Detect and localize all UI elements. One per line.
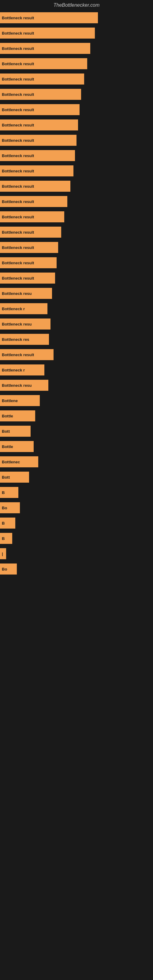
bar-31[interactable]: B — [0, 487, 18, 498]
bar-label-4: Bottleneck result — [2, 77, 34, 81]
bar-row: Bottlenec — [0, 455, 153, 469]
bar-row: Bottleneck r — [0, 301, 153, 316]
bar-label-22: Bottleneck result — [2, 353, 34, 357]
bar-row: Bottleneck result — [0, 148, 153, 163]
bar-28[interactable]: Bottle — [0, 441, 33, 452]
bar-label-30: Bott — [2, 475, 10, 480]
bar-row: Bottle — [0, 409, 153, 423]
bar-label-26: Bottle — [2, 414, 13, 418]
bar-label-15: Bottleneck result — [2, 245, 34, 250]
bar-label-6: Bottleneck result — [2, 108, 34, 112]
bar-label-11: Bottleneck result — [2, 184, 34, 189]
bar-12[interactable]: Bottleneck result — [0, 196, 67, 207]
bar-row: Bottleneck result — [0, 102, 153, 117]
bar-row: Bottleneck result — [0, 133, 153, 148]
bar-row: Bottle — [0, 439, 153, 454]
bar-row: | — [0, 546, 153, 561]
bar-2[interactable]: Bottleneck result — [0, 43, 90, 54]
bar-row: Bottleneck result — [0, 347, 153, 362]
bar-25[interactable]: Bottlene — [0, 395, 40, 406]
bar-label-17: Bottleneck result — [2, 276, 34, 280]
bar-label-32: Bo — [2, 506, 7, 510]
bar-label-27: Bott — [2, 429, 10, 434]
bar-10[interactable]: Bottleneck result — [0, 165, 73, 177]
bar-13[interactable]: Bottleneck result — [0, 211, 64, 222]
bar-row: Bottleneck result — [0, 56, 153, 71]
bar-36[interactable]: Bo — [0, 563, 17, 574]
bar-row: Bottleneck result — [0, 72, 153, 86]
bar-row: Bottleneck result — [0, 87, 153, 102]
bar-30[interactable]: Bott — [0, 472, 29, 483]
bar-32[interactable]: Bo — [0, 502, 20, 513]
bar-label-1: Bottleneck result — [2, 31, 34, 35]
bar-row: Bottleneck result — [0, 194, 153, 209]
bar-label-33: B — [2, 521, 5, 525]
bar-34[interactable]: B — [0, 533, 12, 544]
bar-label-7: Bottleneck result — [2, 123, 34, 127]
bar-23[interactable]: Bottleneck r — [0, 364, 45, 375]
bar-7[interactable]: Bottleneck result — [0, 119, 78, 130]
bar-6[interactable]: Bottleneck result — [0, 104, 80, 115]
bar-label-5: Bottleneck result — [2, 92, 34, 97]
bar-5[interactable]: Bottleneck result — [0, 89, 81, 100]
bar-row: Bottleneck resu — [0, 378, 153, 393]
bar-16[interactable]: Bottleneck result — [0, 257, 57, 268]
bar-label-29: Bottlenec — [2, 460, 20, 464]
bar-label-8: Bottleneck result — [2, 138, 34, 143]
bar-11[interactable]: Bottleneck result — [0, 181, 70, 192]
bar-4[interactable]: Bottleneck result — [0, 73, 84, 84]
bar-label-3: Bottleneck result — [2, 62, 34, 66]
bar-row: B — [0, 485, 153, 500]
bar-row: Bottleneck resu — [0, 317, 153, 331]
bar-33[interactable]: B — [0, 517, 15, 528]
bar-row: Bottleneck result — [0, 118, 153, 132]
bar-label-21: Bottleneck res — [2, 337, 29, 342]
site-title: TheBottlenecker.com — [0, 0, 153, 10]
bar-15[interactable]: Bottleneck result — [0, 242, 58, 253]
bar-21[interactable]: Bottleneck res — [0, 334, 49, 345]
bar-row: Bott — [0, 424, 153, 439]
bar-label-14: Bottleneck result — [2, 230, 34, 235]
bar-label-34: B — [2, 536, 5, 541]
bar-17[interactable]: Bottleneck result — [0, 272, 55, 283]
bar-1[interactable]: Bottleneck result — [0, 27, 95, 38]
bar-label-16: Bottleneck result — [2, 261, 34, 265]
bar-24[interactable]: Bottleneck resu — [0, 380, 48, 391]
bar-label-24: Bottleneck resu — [2, 383, 32, 388]
bar-label-18: Bottleneck resu — [2, 291, 32, 296]
bar-9[interactable]: Bottleneck result — [0, 150, 75, 161]
bar-0[interactable]: Bottleneck result — [0, 12, 98, 23]
bar-row: Bottleneck r — [0, 363, 153, 377]
bar-label-20: Bottleneck resu — [2, 322, 32, 326]
bar-3[interactable]: Bottleneck result — [0, 58, 87, 69]
bar-row: B — [0, 516, 153, 530]
bar-label-2: Bottleneck result — [2, 46, 34, 51]
bar-row: Bottleneck result — [0, 26, 153, 40]
bar-label-9: Bottleneck result — [2, 153, 34, 158]
bar-27[interactable]: Bott — [0, 426, 30, 437]
bar-14[interactable]: Bottleneck result — [0, 227, 61, 238]
bar-row: Bottleneck result — [0, 271, 153, 285]
bar-label-0: Bottleneck result — [2, 16, 34, 20]
bar-18[interactable]: Bottleneck resu — [0, 288, 52, 299]
bar-label-12: Bottleneck result — [2, 199, 34, 204]
bar-29[interactable]: Bottlenec — [0, 456, 38, 467]
bar-label-10: Bottleneck result — [2, 169, 34, 173]
bar-row: Bottleneck result — [0, 179, 153, 194]
bar-row: Bottlene — [0, 393, 153, 408]
bar-19[interactable]: Bottleneck r — [0, 303, 48, 314]
bar-label-28: Bottle — [2, 444, 13, 449]
bar-row: Bo — [0, 562, 153, 576]
bar-row: Bottleneck result — [0, 240, 153, 255]
bar-row: Bottleneck resu — [0, 286, 153, 301]
bar-row: Bottleneck result — [0, 164, 153, 178]
bar-26[interactable]: Bottle — [0, 410, 35, 422]
bar-row: Bottleneck result — [0, 210, 153, 224]
bar-8[interactable]: Bottleneck result — [0, 135, 76, 146]
bar-row: Bo — [0, 500, 153, 515]
bar-row: B — [0, 531, 153, 546]
bar-35[interactable]: | — [0, 548, 6, 559]
bar-20[interactable]: Bottleneck resu — [0, 318, 51, 329]
bar-label-31: B — [2, 490, 5, 495]
bar-22[interactable]: Bottleneck result — [0, 349, 54, 360]
